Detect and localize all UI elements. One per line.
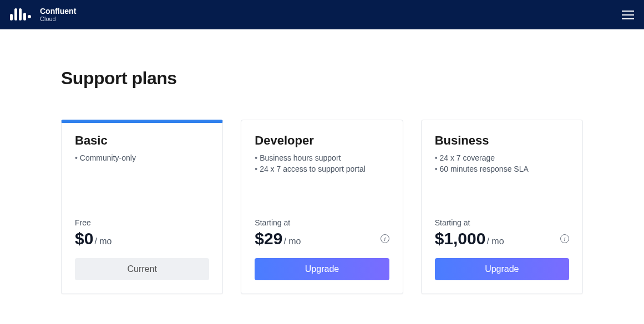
plan-features: Business hours support 24 x 7 access to … xyxy=(255,153,389,176)
brand-name: Confluent xyxy=(40,7,76,16)
current-plan-button: Current xyxy=(75,258,209,280)
plan-feature: Community-only xyxy=(75,153,209,162)
upgrade-button[interactable]: Upgrade xyxy=(255,258,389,280)
upgrade-button[interactable]: Upgrade xyxy=(435,258,569,280)
info-icon[interactable] xyxy=(381,234,389,243)
plan-title: Developer xyxy=(255,133,389,148)
price-value: $29 xyxy=(255,229,282,248)
confluent-logo-icon xyxy=(10,8,31,20)
price-period: / mo xyxy=(486,236,504,246)
page-title: Support plans xyxy=(61,68,583,89)
plan-feature: 24 x 7 coverage xyxy=(435,153,569,162)
price-label: Starting at xyxy=(435,218,569,227)
brand-subtitle: Cloud xyxy=(40,16,76,22)
plan-features: 24 x 7 coverage 60 minutes response SLA xyxy=(435,153,569,176)
price-period: / mo xyxy=(94,236,111,246)
plan-features: Community-only xyxy=(75,153,209,164)
plan-card-developer: Developer Business hours support 24 x 7 … xyxy=(241,120,403,294)
plan-title: Basic xyxy=(75,133,209,148)
price-period: / mo xyxy=(283,236,301,246)
info-icon[interactable] xyxy=(560,234,569,243)
price-value: $0 xyxy=(75,229,93,248)
menu-icon[interactable] xyxy=(622,11,634,19)
price-value: $1,000 xyxy=(435,229,486,248)
price-label: Free xyxy=(75,218,209,227)
brand[interactable]: Confluent Cloud xyxy=(10,7,76,22)
plan-feature: Business hours support xyxy=(255,153,389,162)
plan-card-basic: Basic Community-only Free $0 / mo Curren… xyxy=(61,120,223,294)
plan-cards-row: Basic Community-only Free $0 / mo Curren… xyxy=(61,120,583,294)
plan-card-business: Business 24 x 7 coverage 60 minutes resp… xyxy=(421,120,583,294)
top-navbar: Confluent Cloud xyxy=(0,0,644,29)
plan-feature: 60 minutes response SLA xyxy=(435,164,569,173)
plan-feature: 24 x 7 access to support portal xyxy=(255,164,389,173)
plan-title: Business xyxy=(435,133,569,148)
price-label: Starting at xyxy=(255,218,389,227)
